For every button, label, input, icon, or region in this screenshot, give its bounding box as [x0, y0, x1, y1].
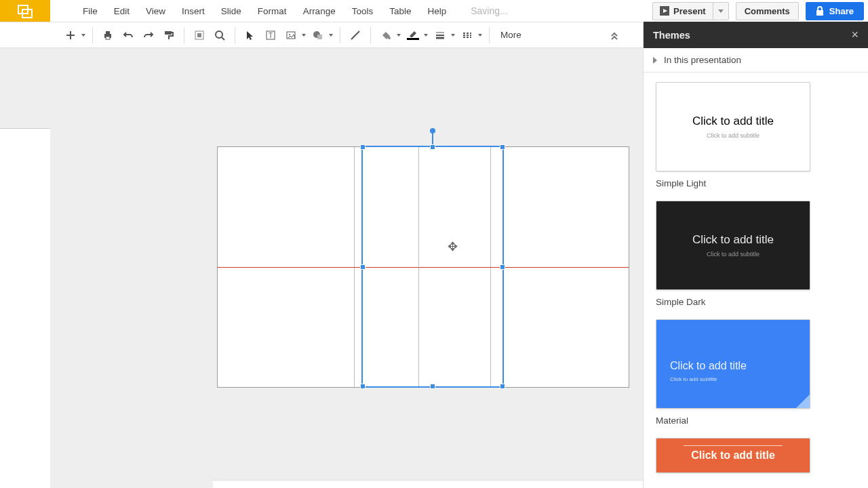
left-gutter	[0, 129, 50, 488]
shape-divider	[418, 147, 419, 386]
separator	[340, 27, 340, 43]
redo-icon	[143, 30, 154, 41]
chevron-down-icon	[302, 34, 306, 37]
image-tool[interactable]	[281, 26, 307, 45]
select-tool[interactable]	[241, 26, 260, 45]
close-icon[interactable]: ×	[851, 28, 859, 42]
chevron-down-icon	[451, 34, 455, 37]
undo-button[interactable]	[119, 26, 138, 45]
theme-preview-title: Click to add title	[670, 360, 747, 372]
menu-tools[interactable]: Tools	[344, 2, 382, 20]
pen-icon	[403, 26, 422, 45]
menu-view[interactable]: View	[138, 2, 174, 20]
theme-preview-title: Click to add title	[691, 449, 775, 462]
theme-simple-light[interactable]: Click to add title Click to add subtitle	[656, 82, 810, 171]
theme-preview-subtitle: Click to add subtitle	[707, 132, 760, 139]
caret-right-icon	[653, 57, 657, 64]
fit-button[interactable]	[190, 26, 209, 45]
textbox-icon: T	[265, 30, 276, 41]
line-tool[interactable]	[346, 26, 365, 45]
svg-rect-7	[106, 37, 110, 39]
resize-handle-tr[interactable]	[500, 144, 505, 150]
menu-format[interactable]: Format	[250, 2, 295, 20]
theme-label: Simple Light	[656, 178, 856, 188]
separator	[92, 27, 93, 43]
paint-format-button[interactable]	[159, 26, 178, 45]
present-button[interactable]: Present	[652, 2, 713, 20]
theme-preview-subtitle: Click to add subtitle	[670, 376, 717, 382]
line-color-button[interactable]	[403, 26, 429, 45]
menu-help[interactable]: Help	[419, 2, 454, 20]
theme-simple-dark[interactable]: Click to add title Click to add subtitle	[656, 201, 810, 290]
shape-icon	[309, 26, 328, 45]
new-slide-button[interactable]	[61, 26, 87, 45]
separator	[184, 27, 184, 43]
image-icon	[281, 26, 300, 45]
redo-button[interactable]	[139, 26, 158, 45]
theme-orange[interactable]: Click to add title	[656, 438, 810, 473]
fill-color-button[interactable]	[376, 26, 402, 45]
textbox-tool[interactable]: T	[261, 26, 280, 45]
share-label: Share	[829, 6, 854, 16]
saving-status: Saving...	[471, 5, 507, 16]
more-label: More	[500, 30, 521, 40]
zoom-icon	[214, 30, 225, 41]
separator	[489, 27, 490, 43]
chevron-down-icon	[478, 34, 482, 37]
present-label: Present	[673, 6, 706, 16]
menu-insert[interactable]: Insert	[174, 2, 213, 20]
resize-handle-br[interactable]	[500, 384, 505, 389]
theme-material[interactable]: Click to add title Click to add subtitle	[656, 319, 810, 409]
menu-arrange[interactable]: Arrange	[295, 2, 344, 20]
fit-icon	[194, 30, 205, 41]
theme-preview-title: Click to add title	[692, 115, 774, 128]
theme-label: Material	[656, 415, 856, 426]
menu-file[interactable]: File	[75, 2, 106, 20]
move-cursor-icon: ✥	[448, 239, 458, 254]
svg-marker-12	[247, 31, 253, 40]
separator	[370, 27, 371, 43]
themes-section-header[interactable]: In this presentation	[644, 48, 868, 73]
theme-preview-subtitle: Click to add subtitle	[707, 251, 760, 258]
share-button[interactable]: Share	[806, 2, 864, 20]
lines-icon	[431, 26, 450, 45]
themes-list: Click to add title Click to add subtitle…	[644, 73, 868, 488]
app-logo	[0, 0, 50, 22]
menu-slide[interactable]: Slide	[213, 2, 250, 20]
chevron-down-icon	[81, 34, 85, 37]
toolbar-more-button[interactable]: More	[495, 27, 531, 43]
line-weight-button[interactable]	[431, 26, 456, 45]
lock-icon	[816, 6, 824, 16]
line-dash-button[interactable]	[458, 26, 484, 45]
comments-button[interactable]: Comments	[736, 2, 799, 20]
decor-line	[684, 445, 783, 446]
theme-label: Simple Dark	[656, 297, 856, 307]
dash-icon	[458, 26, 477, 45]
resize-handle-bm[interactable]	[430, 384, 435, 389]
resize-handle-mr[interactable]	[500, 264, 505, 270]
line-icon	[350, 30, 361, 41]
plus-icon	[61, 26, 80, 45]
paint-roller-icon	[163, 30, 174, 41]
chevron-down-icon	[424, 34, 428, 37]
theme-preview-title: Click to add title	[692, 233, 774, 247]
svg-point-19	[388, 37, 391, 39]
bottom-bar	[213, 480, 643, 488]
shape-tool[interactable]	[309, 26, 334, 45]
menu-items: File Edit View Insert Slide Format Arran…	[75, 2, 508, 20]
resize-handle-tl[interactable]	[360, 144, 366, 150]
zoom-button[interactable]	[210, 26, 229, 45]
print-button[interactable]	[98, 26, 117, 45]
rotate-handle[interactable]	[430, 128, 435, 134]
resize-handle-ml[interactable]	[360, 264, 366, 270]
selection-box[interactable]	[361, 146, 504, 388]
collapse-toolbar-button[interactable]	[605, 26, 624, 45]
present-dropdown[interactable]	[713, 2, 729, 20]
menu-table[interactable]: Table	[381, 2, 419, 20]
bucket-icon	[376, 26, 395, 45]
resize-handle-tm[interactable]	[430, 144, 435, 150]
svg-rect-4	[816, 10, 823, 16]
resize-handle-bl[interactable]	[360, 384, 366, 389]
menu-edit[interactable]: Edit	[106, 2, 138, 20]
chevron-down-icon	[397, 34, 401, 37]
